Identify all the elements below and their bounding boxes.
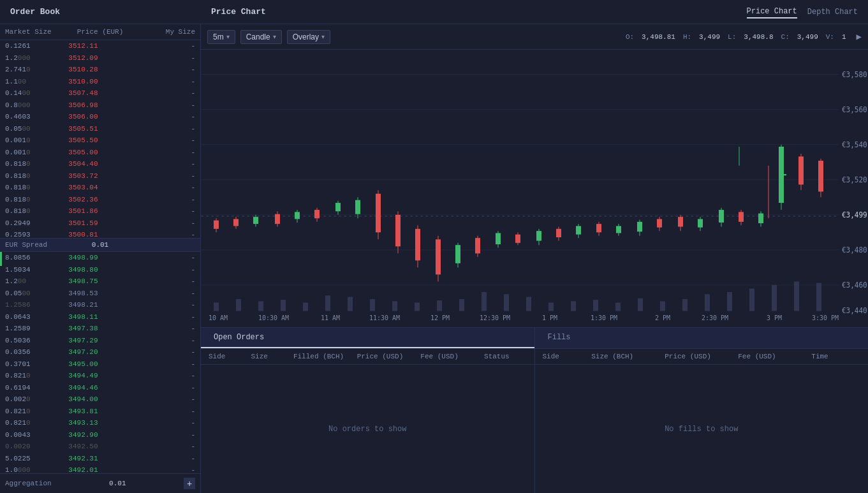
svg-text:€3,499.00: €3,499.00 [842, 210, 868, 220]
table-row[interactable]: 0.8210 3494.49 - [0, 370, 200, 382]
table-row[interactable]: 0.0010 3505.50 - [0, 135, 200, 147]
svg-rect-98 [739, 212, 744, 221]
table-row[interactable]: 0.2949 3501.59 - [0, 217, 200, 230]
svg-rect-82 [576, 226, 581, 234]
table-row[interactable]: 1.5034 3498.80 - [0, 264, 200, 276]
col-my-size: My Size [132, 28, 195, 36]
table-row[interactable]: 5.0225 3492.31 - [0, 453, 200, 465]
chart-toolbar: 5m ▾ Candle ▾ Overlay ▾ O: 3,498.81 H: 3… [201, 24, 868, 50]
chart-scroll-right-icon[interactable]: ▶ [857, 31, 862, 42]
table-row[interactable]: 0.3701 3495.00 - [0, 358, 200, 371]
table-row[interactable]: 0.0643 3498.11 - [0, 311, 200, 323]
svg-rect-86 [616, 226, 621, 233]
table-row[interactable]: 0.6194 3494.46 - [0, 382, 200, 394]
svg-text:€3,540: €3,540 [842, 140, 867, 150]
chart-type-button[interactable]: Candle ▾ [240, 30, 282, 44]
tab-fills[interactable]: Fills [534, 328, 869, 348]
bottom-content: Side Size Filled (BCH) Price (USD) Fee (… [201, 349, 868, 493]
svg-text:1:30 PM: 1:30 PM [591, 314, 617, 322]
svg-rect-30 [504, 294, 509, 311]
tab-depth-chart[interactable]: Depth Chart [807, 6, 858, 18]
table-row[interactable]: 1.2589 3497.38 - [0, 323, 200, 335]
svg-rect-26 [415, 302, 420, 311]
svg-text:€3,520: €3,520 [842, 175, 867, 185]
open-orders-section: Side Size Filled (BCH) Price (USD) Fee (… [201, 349, 535, 493]
svg-rect-28 [459, 299, 464, 311]
svg-rect-62 [376, 194, 381, 233]
svg-rect-37 [660, 301, 665, 311]
table-row[interactable]: 0.1261 3512.11 - [0, 40, 200, 52]
table-row[interactable]: 8.0856 3498.99 - [0, 252, 200, 264]
table-row[interactable]: 2.7410 3510.28 - [0, 64, 200, 76]
svg-text:€3,440: €3,440 [842, 305, 867, 315]
svg-rect-48 [233, 219, 239, 226]
tab-price-chart[interactable]: Price Chart [747, 6, 797, 18]
order-book-footer: Aggregation 0.01 + [0, 473, 200, 493]
chart-area: 5m ▾ Candle ▾ Overlay ▾ O: 3,498.81 H: 3… [201, 24, 868, 493]
table-row[interactable]: 1.200 3498.75 - [0, 276, 200, 288]
order-book-panel: Market Size Price (EUR) My Size 0.1261 3… [0, 24, 201, 493]
table-row[interactable]: 0.8180 3503.72 - [0, 170, 200, 182]
table-row[interactable]: 0.5036 3497.29 - [0, 335, 200, 347]
table-row[interactable]: 0.1400 3507.48 - [0, 87, 200, 99]
table-row[interactable]: 0.8210 3493.13 - [0, 417, 200, 429]
svg-rect-60 [355, 200, 360, 214]
svg-rect-76 [515, 235, 520, 243]
table-row[interactable]: 1.0000 3492.01 - [0, 464, 200, 473]
svg-rect-43 [794, 281, 799, 311]
table-row[interactable]: 0.0500 3505.51 - [0, 123, 200, 135]
table-row[interactable]: 0.0020 3492.50 - [0, 441, 200, 453]
svg-rect-21 [303, 302, 308, 311]
svg-rect-46 [214, 221, 219, 229]
table-row[interactable]: 0.8210 3493.81 - [0, 406, 200, 418]
table-row[interactable]: 1.2000 3512.09 - [0, 52, 200, 64]
svg-text:€3,580: €3,580 [842, 70, 867, 79]
table-row[interactable]: 0.0500 3498.53 - [0, 288, 200, 300]
table-row[interactable]: 0.8180 3502.36 - [0, 194, 200, 206]
svg-rect-54 [295, 212, 300, 219]
orders-empty-message: No orders to show [201, 365, 534, 493]
overlay-button[interactable]: Overlay ▾ [287, 30, 330, 44]
table-row[interactable]: 0.8180 3501.86 - [0, 205, 200, 217]
table-row[interactable]: 1.2586 3498.21 - [0, 299, 200, 311]
svg-text:€3,460: €3,460 [842, 281, 867, 290]
svg-rect-105 [798, 156, 804, 184]
order-book-bids: 8.0856 3498.99 - 1.5034 3498.80 - 1.200 … [0, 252, 200, 473]
aggregation-increase-button[interactable]: + [184, 478, 195, 489]
table-row[interactable]: 0.0043 3492.90 - [0, 429, 200, 441]
order-book-spread: EUR Spread 0.01 [0, 238, 200, 252]
svg-rect-56 [314, 210, 320, 218]
svg-rect-50 [253, 217, 258, 224]
fills-header: Side Size (BCH) Price (USD) Fee (USD) Ti… [535, 349, 869, 365]
table-row[interactable]: 0.8180 3503.04 - [0, 182, 200, 194]
table-row[interactable]: 1.100 3510.00 - [0, 76, 200, 88]
svg-rect-19 [258, 301, 263, 311]
fills-section: Side Size (BCH) Price (USD) Fee (USD) Ti… [535, 349, 869, 493]
svg-rect-58 [335, 203, 341, 211]
svg-rect-38 [682, 299, 688, 311]
svg-text:3 PM: 3 PM [767, 314, 782, 322]
svg-text:12:30 PM: 12:30 PM [480, 314, 510, 322]
svg-rect-25 [392, 301, 397, 311]
price-chart-title: Price Chart [201, 7, 747, 17]
order-book-title: Order Book [0, 7, 201, 17]
table-row[interactable]: 0.0010 3505.00 - [0, 147, 200, 159]
table-row[interactable]: 0.4603 3506.00 - [0, 111, 200, 123]
chevron-down-icon: ▾ [226, 33, 230, 40]
chart-ohlcv: O: 3,498.81 H: 3,499 L: 3,498.8 C: 3,499… [626, 33, 846, 41]
svg-text:€3,480: €3,480 [842, 246, 867, 255]
table-row[interactable]: 0.8180 3504.40 - [0, 158, 200, 170]
table-row[interactable]: 0.2593 3500.81 - [0, 229, 200, 238]
fills-empty-message: No fills to show [535, 365, 869, 493]
svg-rect-0 [201, 50, 868, 327]
svg-rect-52 [275, 214, 280, 224]
timeframe-button[interactable]: 5m ▾ [207, 30, 235, 44]
table-row[interactable]: 0.8000 3506.98 - [0, 99, 200, 112]
svg-rect-90 [657, 219, 662, 227]
chevron-down-icon: ▾ [273, 33, 276, 40]
tab-open-orders[interactable]: Open Orders [201, 328, 534, 348]
price-chart[interactable]: €3,580 €3,560 €3,540 €3,520 €3,499.00 €3… [201, 50, 868, 327]
table-row[interactable]: 0.0356 3497.20 - [0, 346, 200, 358]
table-row[interactable]: 0.0020 3494.00 - [0, 394, 200, 406]
svg-text:2:30 PM: 2:30 PM [702, 314, 728, 322]
